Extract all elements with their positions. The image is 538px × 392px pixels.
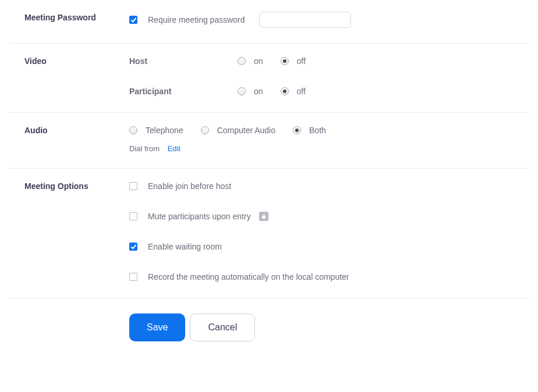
checkbox-join-before-host[interactable] xyxy=(129,182,137,190)
label-dial-from: Dial from xyxy=(129,144,160,153)
label-telephone: Telephone xyxy=(146,126,183,135)
radio-participant-off[interactable] xyxy=(281,87,289,95)
label-require-password: Require meeting password xyxy=(148,15,245,24)
save-button[interactable]: Save xyxy=(129,313,185,341)
label-audio: Audio xyxy=(24,124,129,153)
cancel-button[interactable]: Cancel xyxy=(190,313,255,341)
checkbox-waiting-room[interactable] xyxy=(129,243,137,251)
label-meeting-options: Meeting Options xyxy=(24,180,129,283)
label-mute-on-entry: Mute participants upon entry xyxy=(148,212,251,221)
link-edit-dial[interactable]: Edit xyxy=(168,144,180,153)
label-waiting-room: Enable waiting room xyxy=(148,242,222,251)
label-participant-off: off xyxy=(297,87,306,96)
section-meeting-options: Meeting Options Enable join before host … xyxy=(8,169,530,298)
button-row: Save Cancel xyxy=(8,298,530,365)
label-host: Host xyxy=(129,56,233,66)
label-join-before-host: Enable join before host xyxy=(148,181,231,191)
lock-icon xyxy=(259,212,268,221)
radio-host-off[interactable] xyxy=(281,57,289,65)
label-auto-record: Record the meeting automatically on the … xyxy=(148,272,349,281)
radio-telephone[interactable] xyxy=(129,126,137,134)
checkbox-mute-on-entry[interactable] xyxy=(129,212,137,220)
label-host-on: on xyxy=(254,56,263,66)
radio-participant-on[interactable] xyxy=(238,87,246,95)
label-meeting-password: Meeting Password xyxy=(24,12,129,28)
radio-computer-audio[interactable] xyxy=(201,126,209,134)
label-host-off: off xyxy=(297,56,306,66)
section-audio: Audio Telephone Computer Audio Both Dial… xyxy=(8,113,530,169)
checkbox-auto-record[interactable] xyxy=(129,273,137,281)
section-video: Video Host on off Participant on off xyxy=(8,44,530,113)
label-video: Video xyxy=(24,55,129,97)
checkbox-require-password[interactable] xyxy=(129,16,137,24)
input-meeting-password[interactable] xyxy=(259,12,351,28)
section-meeting-password: Meeting Password Require meeting passwor… xyxy=(8,0,530,44)
radio-both[interactable] xyxy=(293,126,301,134)
label-computer-audio: Computer Audio xyxy=(217,126,275,135)
label-participant: Participant xyxy=(129,87,233,96)
radio-host-on[interactable] xyxy=(238,57,246,65)
label-both: Both xyxy=(309,126,326,135)
label-participant-on: on xyxy=(254,87,263,96)
